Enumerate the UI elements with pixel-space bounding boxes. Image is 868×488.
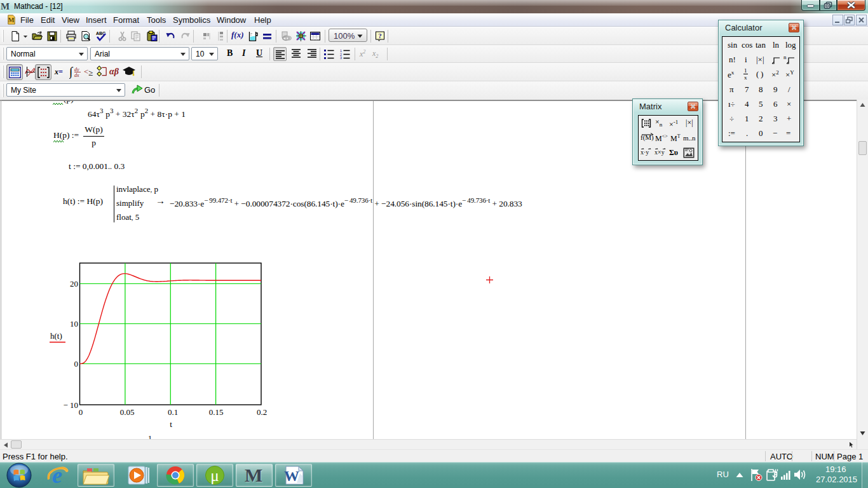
svg-text:∫: ∫	[69, 65, 74, 79]
svg-text:0.2: 0.2	[257, 407, 267, 417]
svg-text:0: 0	[79, 407, 83, 417]
svg-text:0.05: 0.05	[120, 407, 135, 417]
svg-text:h(t): h(t)	[50, 331, 62, 341]
svg-text:0.15: 0.15	[209, 407, 224, 417]
svg-text:?: ?	[378, 32, 382, 39]
svg-text:0: 0	[74, 359, 79, 369]
svg-text:0.1: 0.1	[168, 407, 178, 417]
svg-text:3: 3	[340, 56, 342, 59]
svg-text:μ: μ	[210, 467, 219, 484]
svg-text:≥: ≥	[88, 68, 93, 78]
svg-text:− 10: − 10	[63, 400, 78, 410]
svg-text:W: W	[284, 468, 299, 484]
svg-text:dy: dy	[74, 67, 79, 72]
svg-text:M: M	[8, 17, 15, 24]
svg-text:dx: dx	[74, 72, 79, 78]
svg-text:t: t	[170, 419, 172, 429]
svg-text:10: 10	[70, 319, 78, 329]
svg-text:20: 20	[70, 279, 78, 288]
svg-text:n: n	[783, 54, 787, 60]
